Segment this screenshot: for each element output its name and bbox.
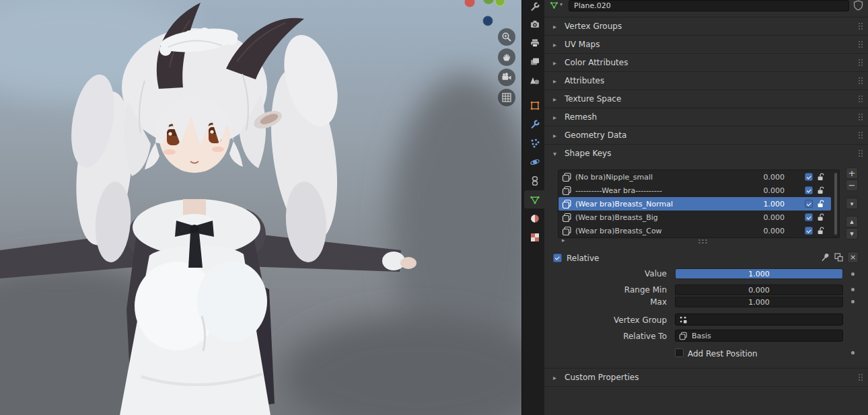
tab-modifiers[interactable] (524, 115, 545, 133)
shape-key-row-selected[interactable]: (Wear bra)Breasts_Normal 1.000 (558, 197, 831, 211)
panel-drag-grip[interactable] (858, 131, 863, 139)
panel-drag-grip[interactable] (858, 95, 863, 103)
vertex-group-field[interactable] (675, 313, 843, 326)
panel-drag-grip[interactable] (858, 22, 863, 30)
zoom-icon (501, 32, 512, 42)
relative-label: Relative (567, 254, 599, 263)
shape-key-value[interactable]: 0.000 (747, 213, 785, 222)
ortho-toggle-button[interactable] (498, 89, 515, 106)
relative-to-field[interactable]: Basis (675, 330, 843, 342)
overlay-icon[interactable] (834, 252, 844, 264)
material-icon (530, 213, 540, 224)
tab-texture[interactable] (524, 228, 545, 246)
lock-open-icon[interactable] (816, 186, 826, 195)
chevron-down-icon: ▾ (553, 150, 560, 157)
tab-material[interactable] (524, 209, 545, 227)
list-filter-toggle[interactable]: ▸ (562, 237, 565, 243)
list-scrollbar[interactable] (834, 173, 837, 235)
add-rest-position-checkbox[interactable] (675, 348, 684, 357)
shape-key-row[interactable]: (Wear bra)Breasts_Big 0.000 (558, 211, 831, 224)
panel-drag-grip[interactable] (858, 40, 863, 48)
panel-header-texture-space[interactable]: ▸ Texture Space (544, 89, 868, 108)
pan-button[interactable] (498, 48, 515, 66)
tab-object[interactable] (524, 96, 545, 114)
panel-drag-grip[interactable] (858, 77, 863, 85)
panel-header-geometry-data[interactable]: ▸ Geometry Data (544, 126, 868, 144)
zoom-button[interactable] (498, 28, 515, 46)
shape-key-enable-checkbox[interactable] (805, 173, 813, 181)
tab-object-data[interactable] (524, 190, 545, 209)
shape-key-enable-checkbox[interactable] (805, 186, 813, 194)
panel-header-shape-keys[interactable]: ▾ Shape Keys (544, 144, 868, 162)
pin-icon[interactable] (820, 252, 830, 264)
shape-key-row[interactable]: (No bra)Nipple_small 0.000 (558, 170, 831, 184)
shape-key-row[interactable]: (Wear bra)Breasts_Cow 0.000 (558, 224, 831, 237)
max-label: Max (650, 297, 667, 307)
camera-view-button[interactable] (498, 69, 515, 86)
shape-key-row[interactable]: ----------Wear bra---------- 0.000 (558, 184, 831, 197)
shape-key-name: (Wear bra)Breasts_Big (575, 213, 744, 222)
tab-tool[interactable] (524, 0, 545, 15)
keyframe-decorator[interactable] (851, 351, 855, 354)
shape-key-value[interactable]: 1.000 (747, 200, 785, 209)
panel-header-custom-properties[interactable]: ▸ Custom Properties (544, 368, 868, 386)
viewport-render (0, 0, 521, 415)
lock-open-icon[interactable] (816, 199, 826, 209)
panel-header-attributes[interactable]: ▸ Attributes (544, 71, 868, 89)
tab-view-layer[interactable] (524, 52, 545, 71)
relative-to-label: Relative To (623, 332, 667, 341)
panel-drag-grip[interactable] (858, 59, 863, 67)
panel-header-uv-maps[interactable]: ▸ UV Maps (544, 35, 868, 53)
lock-open-icon[interactable] (816, 213, 826, 222)
fake-user-shield-icon[interactable] (853, 0, 863, 13)
shape-key-enable-checkbox[interactable] (805, 213, 813, 221)
render-icon (530, 19, 540, 30)
lock-open-icon[interactable] (816, 172, 826, 182)
relative-checkbox[interactable] (553, 254, 562, 262)
keyframe-decorator[interactable] (851, 272, 855, 276)
panel-header-vertex-groups[interactable]: ▸ Vertex Groups (544, 17, 868, 35)
clear-button[interactable]: × (847, 252, 859, 263)
tab-physics[interactable] (524, 153, 545, 171)
tab-output[interactable] (524, 34, 545, 52)
shapekey-icon (562, 186, 572, 196)
tab-constraints[interactable] (524, 172, 545, 190)
panel-drag-grip[interactable] (858, 149, 863, 157)
shape-key-value[interactable]: 0.000 (747, 173, 785, 182)
tab-render[interactable] (524, 15, 545, 33)
shape-key-value[interactable]: 0.000 (747, 186, 785, 195)
shapekey-icon (562, 213, 572, 223)
range-min-label: Range Min (624, 285, 667, 295)
tab-particles[interactable] (524, 134, 545, 152)
lock-open-icon[interactable] (816, 226, 826, 235)
range-min-field[interactable]: 0.000 (675, 285, 843, 295)
keyframe-decorator[interactable] (851, 288, 855, 291)
list-resize-grip[interactable] (698, 239, 708, 244)
chevron-down-icon[interactable]: ▾ (560, 1, 563, 7)
remove-shape-key-button[interactable]: − (846, 180, 858, 191)
layers-icon (530, 56, 540, 67)
shape-key-name: (No bra)Nipple_small (575, 173, 744, 182)
datablock-name: Plane.020 (574, 1, 611, 10)
panel-drag-grip[interactable] (858, 113, 863, 121)
add-shape-key-button[interactable]: + (846, 167, 858, 179)
panel-header-remesh[interactable]: ▸ Remesh (544, 108, 868, 126)
value-label: Value (645, 269, 667, 278)
panel-drag-grip[interactable] (858, 373, 863, 381)
shape-key-value[interactable]: 0.000 (747, 227, 785, 235)
panel-header-color-attributes[interactable]: ▸ Color Attributes (544, 53, 868, 71)
move-shape-key-down-button[interactable]: ▼ (846, 228, 858, 239)
range-max-field[interactable]: 1.000 (675, 297, 843, 307)
shape-key-enable-checkbox[interactable] (805, 227, 813, 235)
3d-viewport[interactable] (0, 0, 521, 415)
move-shape-key-up-button[interactable]: ▲ (846, 216, 858, 227)
tab-scene[interactable] (524, 71, 545, 89)
shapekey-icon (679, 332, 688, 340)
value-slider[interactable]: 1.000 (675, 268, 843, 279)
mesh-data-icon (530, 194, 540, 205)
datablock-name-field[interactable]: Plane.020 (569, 0, 849, 11)
mesh-data-icon (550, 1, 558, 11)
keyframe-decorator[interactable] (851, 300, 855, 303)
shape-key-specials-menu[interactable]: ▾ (846, 198, 858, 209)
shape-key-enable-checkbox[interactable] (805, 200, 813, 208)
